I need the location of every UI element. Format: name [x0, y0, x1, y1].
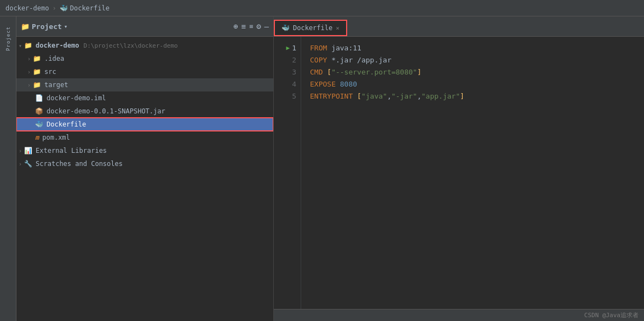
tree-item-name: docker-demo — [36, 42, 79, 49]
comma-2: , — [417, 90, 422, 102]
bracket-close-5: ] — [460, 90, 464, 102]
code-line-5: ENTRYPOINT [ "java" , "-jar" , "app.jar"… — [310, 90, 635, 102]
tree-item-external-libs[interactable]: › 📊 External Libraries — [16, 144, 273, 157]
collapse-icon[interactable]: ≡ — [241, 22, 245, 31]
line-num-text: 4 — [292, 78, 296, 90]
folder-icon-target: 📁 — [33, 81, 41, 89]
minimize-icon[interactable]: — — [264, 22, 269, 31]
keyword-entrypoint: ENTRYPOINT — [310, 90, 357, 102]
bracket-open-5: [ — [357, 90, 361, 102]
expand-icon[interactable]: ≡ — [249, 22, 253, 30]
line-number-2: 2 — [292, 54, 296, 66]
line-num-text: 1 — [292, 42, 296, 54]
dropdown-arrow[interactable]: ▾ — [64, 23, 68, 30]
folder-icon-src: 📁 — [33, 68, 41, 76]
chevron-down-icon: ▾ — [19, 43, 22, 49]
tree-item-name: External Libraries — [36, 147, 107, 154]
tree-item-pom[interactable]: m pom.xml — [16, 131, 273, 144]
string-appjar: "app.jar" — [422, 90, 460, 102]
tree-item-name: target — [44, 81, 68, 89]
tab-file-icon: 🐳 — [281, 24, 290, 32]
title-project: docker-demo — [5, 4, 49, 12]
code-editor[interactable]: ▶ 1 2 3 4 5 FROM — [274, 37, 644, 309]
locate-icon[interactable]: ⊕ — [233, 22, 238, 31]
tree-item-target[interactable]: › 📁 target — [16, 78, 273, 91]
keyword-cmd: CMD — [310, 66, 327, 78]
chevron-right-icon: › — [19, 148, 22, 154]
chevron-right-icon: › — [27, 56, 31, 62]
code-java11: java:11 — [331, 42, 361, 54]
chevron-right-icon: › — [27, 82, 31, 88]
tab-close-button[interactable]: × — [336, 25, 340, 32]
tree-item-jar[interactable]: 📦 docker-demo-0.0.1-SNAPSHOT.jar — [16, 105, 273, 118]
tab-dockerfile[interactable]: 🐳 Dockerfile × — [274, 20, 347, 36]
title-separator: › — [52, 4, 56, 12]
editor-area: 🐳 Dockerfile × ▶ 1 2 3 4 — [274, 16, 644, 321]
line-num-text: 2 — [292, 54, 296, 66]
title-file: 🐳 Dockerfile — [60, 4, 110, 12]
tree-item-path: D:\project\lzx\docker-demo — [84, 42, 178, 49]
code-line-4: EXPOSE 8080 — [310, 78, 635, 90]
project-toolbar: 📁 Project ▾ ⊕ ≡ ≡ ⚙ — — [16, 16, 273, 37]
keyword-from: FROM — [310, 42, 331, 54]
run-arrow-icon: ▶ — [286, 42, 290, 54]
toolbar-icons: ⊕ ≡ ≡ ⚙ — — [233, 22, 269, 31]
title-filename: Dockerfile — [70, 4, 110, 12]
tree-item-idea[interactable]: › 📁 .idea — [16, 52, 273, 65]
chevron-right-icon: › — [27, 69, 31, 75]
tree-item-name: docker-demo-0.0.1-SNAPSHOT.jar — [47, 107, 165, 115]
keyword-expose: EXPOSE — [310, 78, 340, 90]
folder-icon-blue: 📁 — [24, 42, 32, 49]
file-icon-jar: 📦 — [35, 107, 43, 115]
chevron-right-icon: › — [19, 161, 22, 167]
tree-item-dockerfile[interactable]: 🐳 Dockerfile — [16, 118, 273, 131]
file-tree: ▾ 📁 docker-demo D:\project\lzx\docker-de… — [16, 37, 273, 321]
file-icon-pom: m — [35, 134, 39, 141]
line-numbers: ▶ 1 2 3 4 5 — [274, 37, 301, 309]
side-strip: Project — [0, 16, 16, 321]
file-icon-iml: 📄 — [35, 94, 43, 102]
line-num-text: 3 — [292, 66, 296, 78]
keyword-copy: COPY — [310, 54, 331, 66]
code-line-1: FROM java:11 — [310, 42, 635, 54]
title-bar: docker-demo › 🐳 Dockerfile — [0, 0, 644, 16]
code-line-2: COPY *.jar /app.jar — [310, 54, 635, 66]
file-icon-external: 📊 — [24, 147, 32, 154]
bracket-open-3: [ — [327, 66, 331, 78]
line-number-5: 5 — [292, 90, 296, 102]
line-number-3: 3 — [292, 66, 296, 78]
tree-item-src[interactable]: › 📁 src — [16, 65, 273, 78]
code-port-number: 8080 — [340, 78, 357, 90]
tree-item-iml[interactable]: 📄 docker-demo.iml — [16, 91, 273, 105]
line-number-4: 4 — [292, 78, 296, 90]
bracket-close-3: ] — [417, 66, 422, 78]
settings-icon[interactable]: ⚙ — [256, 22, 261, 31]
line-num-text: 5 — [292, 90, 296, 102]
tree-item-name: docker-demo.iml — [47, 94, 106, 102]
code-content[interactable]: FROM java:11 COPY *.jar /app.jar CMD [ "… — [301, 37, 644, 309]
folder-icon-toolbar: 📁 — [21, 22, 30, 31]
comma-1: , — [387, 90, 392, 102]
tab-name: Dockerfile — [293, 24, 332, 32]
tree-item-docker-demo-root[interactable]: ▾ 📁 docker-demo D:\project\lzx\docker-de… — [16, 39, 273, 52]
main-layout: Project 📁 Project ▾ ⊕ ≡ ≡ ⚙ — ▾ 📁 — [0, 16, 644, 321]
tree-item-name: src — [44, 68, 56, 76]
status-text: CSDN @Java追求者 — [584, 311, 639, 319]
editor-tabs: 🐳 Dockerfile × — [274, 16, 644, 37]
code-copy-args: *.jar /app.jar — [331, 54, 392, 66]
tree-item-scratches[interactable]: › 🔧 Scratches and Consoles — [16, 157, 273, 170]
project-panel: 📁 Project ▾ ⊕ ≡ ≡ ⚙ — ▾ 📁 docker-demo D:… — [16, 16, 274, 321]
tree-item-name: .idea — [44, 55, 64, 62]
string-port: "--server.port=8080" — [331, 66, 417, 78]
tree-item-name: Scratches and Consoles — [36, 160, 123, 168]
folder-icon-idea: 📁 — [33, 55, 41, 62]
code-line-3: CMD [ "--server.port=8080" ] — [310, 66, 635, 78]
dockerfile-icon-title: 🐳 — [60, 4, 68, 12]
line-number-1: ▶ 1 — [286, 42, 296, 54]
string-jar: "-jar" — [392, 90, 417, 102]
file-icon-dockerfile: 🐳 — [35, 121, 43, 128]
tree-item-name: Dockerfile — [47, 121, 86, 128]
string-java: "java" — [361, 90, 387, 102]
project-title-text: Project — [32, 22, 62, 31]
file-icon-scratches: 🔧 — [24, 160, 32, 168]
